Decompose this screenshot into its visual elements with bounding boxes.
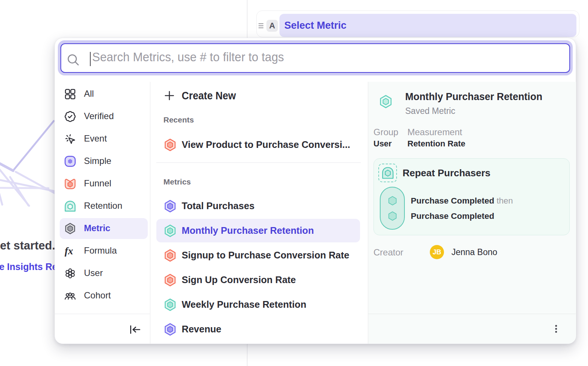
svg-text:fx: fx	[65, 245, 73, 257]
